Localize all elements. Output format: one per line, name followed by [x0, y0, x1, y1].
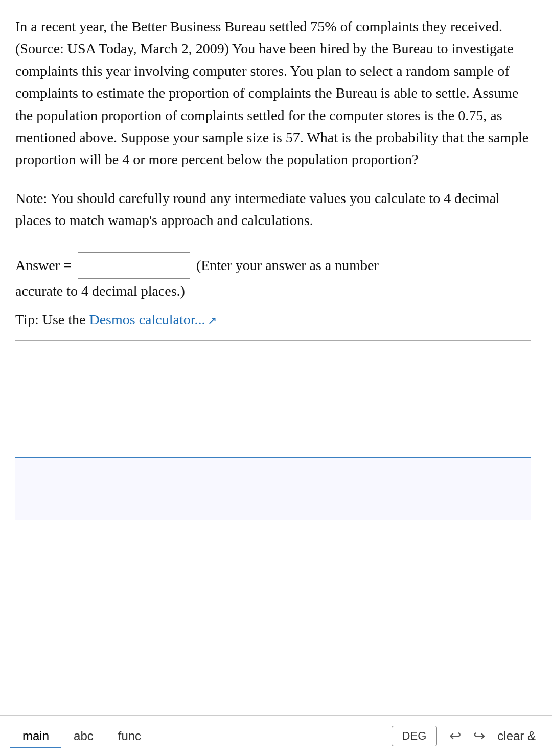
main-content: In a recent year, the Better Business Bu… [0, 0, 552, 715]
answer-input[interactable] [78, 252, 190, 279]
clear-button[interactable]: clear & [491, 727, 542, 745]
question-text: In a recent year, the Better Business Bu… [15, 15, 531, 171]
tip-prefix: Tip: Use the [15, 312, 85, 327]
tab-main[interactable]: main [10, 725, 61, 747]
external-link-icon: ↗︎ [208, 314, 217, 327]
desmos-link-text: Desmos calculator... [89, 312, 205, 327]
answer-row: Answer = (Enter your answer as a number [15, 252, 531, 279]
redo-button[interactable]: ↪ [467, 725, 491, 746]
page-container: In a recent year, the Better Business Bu… [0, 0, 552, 756]
desmos-link[interactable]: Desmos calculator...↗︎ [89, 312, 216, 327]
work-area-container [15, 340, 531, 520]
answer-label: Answer = [15, 257, 72, 274]
undo-button[interactable]: ↩ [443, 725, 467, 746]
bottom-toolbar: main abc func DEG ↩ ↪ clear & [0, 715, 552, 756]
work-area-upper[interactable] [15, 341, 531, 458]
tab-abc[interactable]: abc [61, 725, 106, 747]
deg-button[interactable]: DEG [392, 726, 438, 746]
note-text: Note: You should carefully round any int… [15, 187, 531, 232]
answer-decimal: accurate to 4 decimal places.) [15, 283, 531, 299]
tab-func[interactable]: func [106, 725, 153, 747]
answer-suffix: (Enter your answer as a number [196, 257, 379, 274]
work-area-lower[interactable] [15, 458, 531, 520]
tip-row: Tip: Use the Desmos calculator...↗︎ [15, 312, 531, 328]
